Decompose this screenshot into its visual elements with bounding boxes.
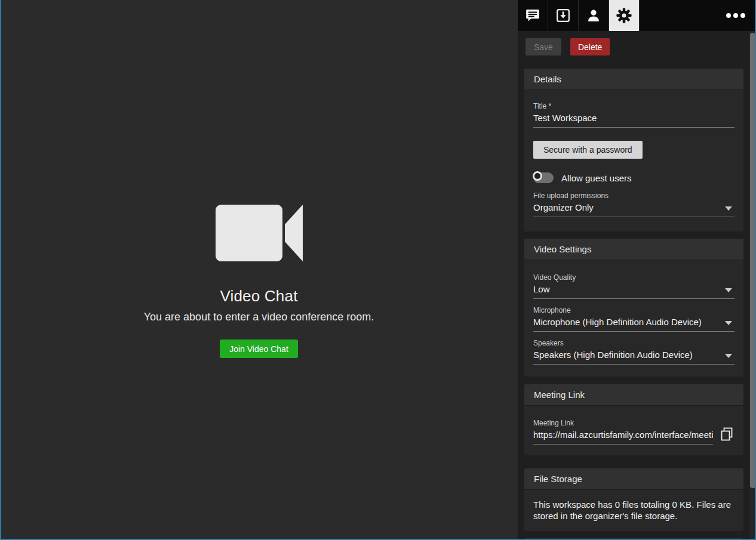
video-settings-card-header: Video Settings [524, 239, 743, 260]
overflow-menu-button[interactable] [726, 0, 745, 31]
video-chat-main-area: Video Chat You are about to enter a vide… [1, 0, 517, 539]
app-window: Video Chat You are about to enter a vide… [0, 0, 756, 540]
ellipsis-icon [726, 13, 731, 18]
details-card: Details Title * Test Workspace Secure wi… [524, 69, 743, 232]
video-settings-card: Video Settings Video Quality Low Microph… [524, 239, 743, 377]
title-field-value[interactable]: Test Workspace [533, 112, 735, 124]
tab-settings[interactable] [609, 0, 640, 31]
meeting-link-card: Meeting Link Meeting Link https://mail.a… [524, 384, 743, 455]
panel-toolbar [518, 0, 756, 31]
page-title: Video Chat [220, 287, 297, 306]
speakers-value: Speakers (High Definition Audio Device) [533, 349, 735, 361]
ellipsis-icon [733, 13, 738, 18]
video-quality-value: Low [533, 283, 735, 295]
ellipsis-icon [740, 13, 745, 18]
video-camera-icon [216, 205, 303, 261]
meeting-link-field[interactable]: Meeting Link https://mail.azcurtisfamily… [533, 419, 713, 445]
allow-guest-users-label: Allow guest users [561, 173, 632, 183]
chevron-down-icon [725, 354, 732, 358]
download-box-icon [555, 8, 571, 23]
video-quality-label: Video Quality [533, 273, 735, 282]
chevron-down-icon [725, 321, 732, 325]
chat-card: Chat [524, 538, 743, 539]
meeting-link-label: Meeting Link [533, 419, 713, 427]
speakers-label: Speakers [533, 339, 735, 347]
panel-scrollbar [749, 31, 756, 539]
scrollbar-thumb[interactable] [750, 33, 755, 488]
chevron-down-icon [725, 288, 732, 292]
tab-people[interactable] [579, 0, 609, 31]
video-quality-select[interactable]: Video Quality Low [533, 273, 735, 299]
title-field[interactable]: Title * Test Workspace [533, 102, 735, 128]
save-button[interactable]: Save [525, 38, 561, 55]
settings-scroll-area: Save Delete Details Title * Test Workspa… [518, 31, 749, 539]
gear-icon [616, 7, 632, 24]
file-upload-permissions-label: File upload permissions [533, 192, 735, 200]
tab-chat[interactable] [518, 0, 548, 31]
meeting-link-card-header: Meeting Link [524, 384, 743, 406]
settings-panel: Save Delete Details Title * Test Workspa… [518, 0, 756, 539]
copy-icon [720, 427, 734, 442]
chat-bubble-icon [525, 8, 540, 23]
page-subtitle: You are about to enter a video conferenc… [144, 311, 374, 323]
microphone-select[interactable]: Microphone Microphone (High Definition A… [533, 306, 735, 332]
file-upload-permissions-value: Organizer Only [533, 202, 735, 214]
meeting-link-value[interactable]: https://mail.azcurtisfamily.com/interfac… [533, 429, 713, 441]
file-storage-card: File Storage This workspace has 0 files … [524, 468, 743, 531]
chevron-down-icon [725, 206, 732, 211]
file-storage-text: This workspace has 0 files totaling 0 KB… [524, 490, 743, 531]
file-upload-permissions-select[interactable]: File upload permissions Organizer Only [533, 192, 735, 217]
chat-card-header: Chat [524, 538, 743, 539]
speakers-select[interactable]: Speakers Speakers (High Definition Audio… [533, 339, 735, 365]
title-field-label: Title * [533, 102, 735, 110]
copy-link-button[interactable] [719, 427, 735, 443]
details-card-header: Details [524, 69, 743, 90]
file-storage-card-header: File Storage [524, 468, 743, 490]
tab-files[interactable] [548, 0, 579, 31]
person-icon [586, 8, 601, 23]
allow-guest-users-toggle[interactable] [533, 172, 554, 183]
toggle-knob [533, 171, 542, 181]
microphone-label: Microphone [533, 306, 735, 314]
microphone-value: Microphone (High Definition Audio Device… [533, 316, 735, 328]
join-video-chat-button[interactable]: Join Video Chat [220, 340, 298, 358]
delete-button[interactable]: Delete [570, 38, 610, 55]
secure-with-password-button[interactable]: Secure with a password [533, 141, 643, 159]
